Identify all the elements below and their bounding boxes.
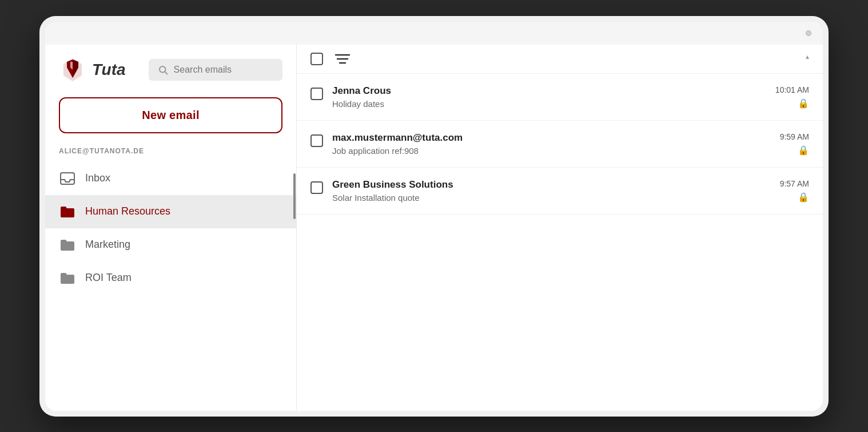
sidebar-item-roi-team[interactable]: ROI Team: [45, 261, 296, 295]
sidebar-item-roi-team-label: ROI Team: [85, 272, 132, 284]
search-input[interactable]: [174, 65, 273, 75]
email-meta-2: 9:59 AM 🔒: [780, 132, 809, 156]
sidebar: Tuta New email ALICE@TUTANOTA.DE: [45, 45, 297, 411]
email-sender-1: Jenna Crous: [332, 85, 766, 97]
folder-gray-icon-marketing: [59, 236, 76, 253]
email-subject-2: Job application ref:908: [332, 146, 771, 156]
sidebar-item-inbox[interactable]: Inbox: [45, 162, 296, 195]
select-all-checkbox[interactable]: [310, 53, 323, 65]
camera-dot: [806, 30, 811, 36]
main-content: ▴ Jenna Crous Holiday dates 10:01 AM 🔒: [297, 45, 823, 411]
email-content-2: max.mustermann@tuta.com Job application …: [332, 132, 771, 156]
lock-icon-1: 🔒: [798, 98, 809, 109]
email-time-3: 9:57 AM: [780, 179, 809, 188]
search-icon: [158, 65, 168, 75]
filter-icon[interactable]: [335, 53, 351, 65]
device-inner: Tuta New email ALICE@TUTANOTA.DE: [45, 22, 823, 411]
email-checkbox-1[interactable]: [310, 88, 323, 100]
app-container: Tuta New email ALICE@TUTANOTA.DE: [45, 45, 823, 411]
nav-list: Inbox Human Resources: [45, 162, 296, 411]
lock-icon-2: 🔒: [798, 145, 809, 156]
tuta-logo-icon: [59, 56, 86, 84]
table-row[interactable]: max.mustermann@tuta.com Job application …: [297, 121, 823, 168]
inbox-icon: [59, 170, 76, 187]
sidebar-item-human-resources-label: Human Resources: [85, 205, 170, 217]
email-meta-3: 9:57 AM 🔒: [780, 179, 809, 203]
email-subject-3: Solar Installation quote: [332, 193, 771, 203]
folder-red-icon: [59, 203, 76, 220]
lock-icon-3: 🔒: [798, 192, 809, 203]
email-checkbox-3[interactable]: [310, 181, 323, 194]
device-frame: Tuta New email ALICE@TUTANOTA.DE: [39, 16, 829, 417]
email-list: Jenna Crous Holiday dates 10:01 AM 🔒 max…: [297, 74, 823, 411]
email-subject-1: Holiday dates: [332, 99, 766, 109]
folder-gray-icon-roi: [59, 269, 76, 287]
email-content-1: Jenna Crous Holiday dates: [332, 85, 766, 109]
svg-line-2: [165, 72, 167, 74]
sort-indicator: ▴: [806, 53, 809, 61]
email-content-3: Green Business Solutions Solar Installat…: [332, 179, 771, 203]
sidebar-header: Tuta: [45, 45, 296, 93]
scrollbar-thumb[interactable]: [293, 173, 296, 219]
email-meta-1: 10:01 AM 🔒: [775, 85, 809, 109]
logo-container: Tuta: [59, 56, 126, 84]
email-list-header: ▴: [297, 45, 823, 74]
email-sender-3: Green Business Solutions: [332, 179, 771, 191]
table-row[interactable]: Green Business Solutions Solar Installat…: [297, 168, 823, 215]
new-email-button[interactable]: New email: [59, 97, 282, 133]
sidebar-item-marketing[interactable]: Marketing: [45, 228, 296, 261]
logo-text: Tuta: [92, 61, 126, 79]
email-checkbox-2[interactable]: [310, 134, 323, 147]
sidebar-item-inbox-label: Inbox: [85, 172, 110, 184]
email-time-1: 10:01 AM: [775, 85, 809, 94]
sidebar-item-marketing-label: Marketing: [85, 239, 130, 251]
email-sender-2: max.mustermann@tuta.com: [332, 132, 771, 144]
top-bar: [45, 22, 823, 45]
table-row[interactable]: Jenna Crous Holiday dates 10:01 AM 🔒: [297, 74, 823, 121]
scrollbar-track: [293, 162, 296, 411]
search-bar[interactable]: [149, 59, 282, 81]
sidebar-item-human-resources[interactable]: Human Resources: [45, 195, 296, 228]
email-time-2: 9:59 AM: [780, 132, 809, 141]
account-label: ALICE@TUTANOTA.DE: [45, 142, 296, 162]
